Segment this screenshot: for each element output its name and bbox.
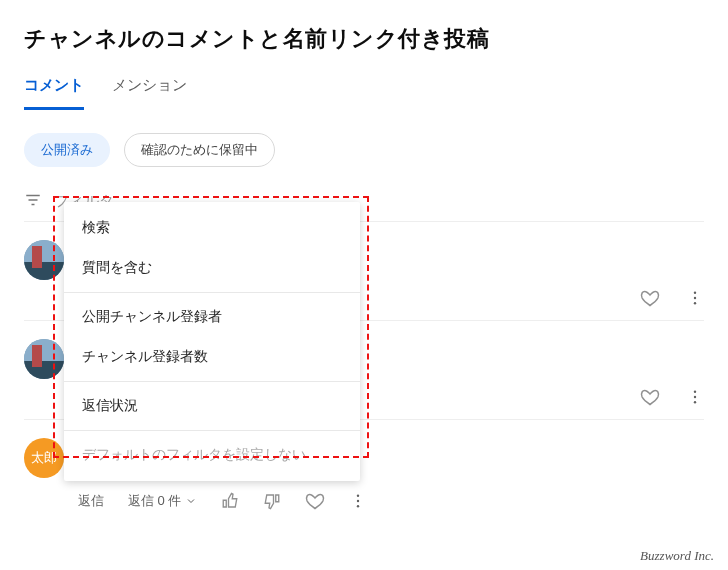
filter-option-reply-status[interactable]: 返信状況 [64, 386, 360, 426]
filter-option-contains-question[interactable]: 質問を含む [64, 248, 360, 288]
reply-button[interactable]: 返信 [78, 492, 104, 510]
tab-comments[interactable]: コメント [24, 76, 84, 110]
menu-divider [64, 292, 360, 293]
more-icon[interactable] [349, 492, 367, 510]
status-held-pill[interactable]: 確認のために保留中 [124, 133, 275, 167]
svg-point-5 [694, 302, 696, 304]
replies-count-label: 返信 0 件 [128, 492, 181, 510]
chevron-down-icon [185, 495, 197, 507]
more-icon[interactable] [686, 388, 704, 406]
svg-point-10 [357, 500, 359, 502]
more-icon[interactable] [686, 289, 704, 307]
avatar[interactable] [24, 240, 64, 280]
avatar[interactable] [24, 339, 64, 379]
thumbs-up-icon[interactable] [221, 492, 239, 510]
avatar[interactable]: 太郎 [24, 438, 64, 478]
replies-count[interactable]: 返信 0 件 [128, 492, 197, 510]
filter-option-no-default[interactable]: デフォルトのフィルタを設定しない [64, 435, 360, 475]
svg-point-11 [357, 505, 359, 507]
thumbs-down-icon[interactable] [263, 492, 281, 510]
heart-icon[interactable] [640, 387, 660, 407]
filter-icon [24, 191, 42, 209]
page-title: チャンネルのコメントと名前リンク付き投稿 [24, 24, 704, 54]
menu-divider [64, 381, 360, 382]
filter-option-public-subscribers[interactable]: 公開チャンネル登録者 [64, 297, 360, 337]
svg-point-3 [694, 292, 696, 294]
svg-point-7 [694, 396, 696, 398]
comment-actions: 返信 返信 0 件 [78, 491, 704, 511]
status-published-pill[interactable]: 公開済み [24, 133, 110, 167]
heart-icon[interactable] [640, 288, 660, 308]
svg-point-4 [694, 297, 696, 299]
svg-point-8 [694, 401, 696, 403]
tab-mentions[interactable]: メンション [112, 76, 187, 110]
filter-option-search[interactable]: 検索 [64, 208, 360, 248]
filter-dropdown: 検索 質問を含む 公開チャンネル登録者 チャンネル登録者数 返信状況 デフォルト… [64, 202, 360, 481]
heart-icon[interactable] [305, 491, 325, 511]
tabs: コメント メンション [24, 76, 704, 111]
menu-divider [64, 430, 360, 431]
status-filter-row: 公開済み 確認のために保留中 [24, 133, 704, 167]
filter-option-subscriber-count[interactable]: チャンネル登録者数 [64, 337, 360, 377]
svg-point-6 [694, 391, 696, 393]
svg-point-9 [357, 495, 359, 497]
footer-brand: Buzzword Inc. [640, 548, 714, 564]
